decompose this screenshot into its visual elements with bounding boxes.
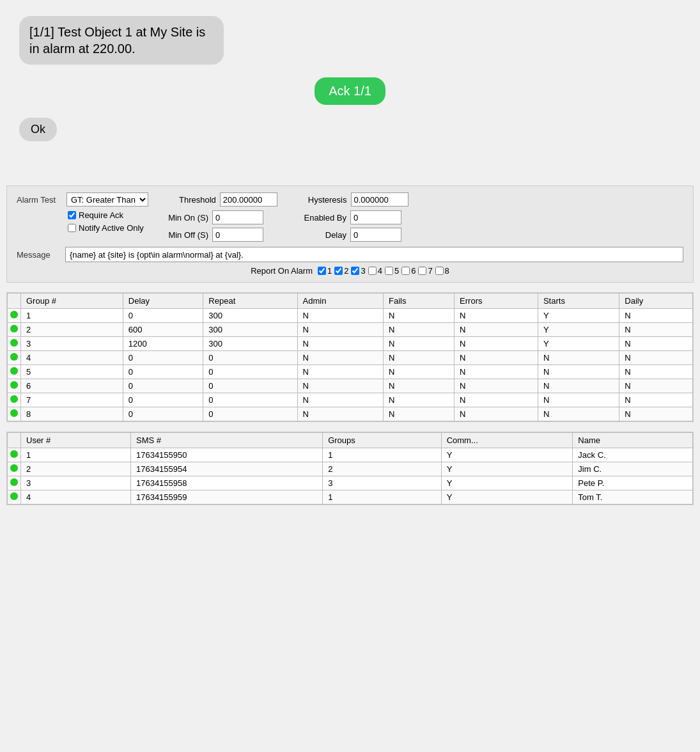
group-admin: N <box>297 393 384 407</box>
user-sms: 17634155959 <box>130 490 322 505</box>
require-ack-label: Require Ack <box>79 210 123 220</box>
user-groups: 1 <box>323 490 441 505</box>
report-item-5[interactable]: 5 <box>385 266 399 276</box>
status-dot-cell <box>8 476 21 490</box>
groups-col-dot <box>8 294 21 309</box>
groups-table: Group # Delay Repeat Admin Fails Errors … <box>7 293 693 421</box>
group-delay: 0 <box>123 309 203 323</box>
group-errors: N <box>455 379 538 393</box>
group-daily: N <box>619 407 693 421</box>
groups-col-delay: Delay <box>123 294 203 309</box>
table-row: 2 17634155954 2 Y Jim C. <box>8 462 693 476</box>
user-number: 3 <box>21 476 131 490</box>
min-off-label: Min Off (S) <box>164 230 208 240</box>
green-dot-icon <box>10 395 18 403</box>
notify-active-only-label: Notify Active Only <box>79 223 144 233</box>
group-number: 3 <box>21 337 123 351</box>
report-item-3[interactable]: 3 <box>351 266 365 276</box>
hysteresis-input[interactable] <box>351 192 408 207</box>
require-ack-checkbox[interactable] <box>68 211 76 219</box>
report-checkbox-6[interactable] <box>401 267 410 275</box>
group-delay: 0 <box>123 351 203 365</box>
user-comm: Y <box>441 476 573 490</box>
hysteresis-label: Hysteresis <box>308 195 347 205</box>
group-fails: N <box>384 379 455 393</box>
user-number: 1 <box>21 448 131 462</box>
ok-message: Ok <box>19 118 57 141</box>
report-checkbox-3[interactable] <box>351 267 359 275</box>
green-dot-icon <box>10 353 18 361</box>
table-row: 6 0 0 N N N N N <box>8 379 693 393</box>
group-admin: N <box>297 309 384 323</box>
delay-input[interactable] <box>350 228 401 242</box>
group-errors: N <box>455 351 538 365</box>
status-dot-cell <box>8 309 21 323</box>
settings-panel: Alarm Test GT: Greater Than LT: Less Tha… <box>6 185 694 283</box>
enabled-by-label: Enabled By <box>302 213 346 223</box>
report-checkbox-2[interactable] <box>334 267 343 275</box>
groups-col-daily: Daily <box>619 294 693 309</box>
group-starts: N <box>538 393 619 407</box>
user-sms: 17634155958 <box>130 476 322 490</box>
threshold-input[interactable] <box>220 192 277 207</box>
report-item-6[interactable]: 6 <box>401 266 416 276</box>
group-number: 6 <box>21 379 123 393</box>
user-sms: 17634155954 <box>130 462 322 476</box>
groups-col-admin: Admin <box>297 294 384 309</box>
user-comm: Y <box>441 448 573 462</box>
group-starts: Y <box>538 309 619 323</box>
chat-area: [1/1] Test Object 1 at My Site is in ala… <box>6 6 694 185</box>
report-checkbox-4[interactable] <box>368 267 377 275</box>
group-repeat: 0 <box>203 365 297 379</box>
report-item-8[interactable]: 8 <box>435 266 449 276</box>
group-number: 2 <box>21 323 123 337</box>
notify-active-only-checkbox-label[interactable]: Notify Active Only <box>68 223 151 233</box>
status-dot-cell <box>8 337 21 351</box>
group-admin: N <box>297 379 384 393</box>
group-daily: N <box>619 365 693 379</box>
group-delay: 600 <box>123 323 203 337</box>
green-dot-icon <box>10 464 18 472</box>
require-ack-checkbox-label[interactable]: Require Ack <box>68 210 151 220</box>
table-row: 2 600 300 N N N Y N <box>8 323 693 337</box>
report-item-2[interactable]: 2 <box>334 266 348 276</box>
users-col-sms: SMS # <box>130 433 322 448</box>
report-checkbox-5[interactable] <box>385 267 393 275</box>
status-dot-cell <box>8 379 21 393</box>
min-off-input[interactable] <box>212 228 263 242</box>
threshold-label: Threshold <box>179 195 216 205</box>
alarm-test-select[interactable]: GT: Greater Than LT: Less Than EQ: Equal… <box>66 192 148 207</box>
group-number: 7 <box>21 393 123 407</box>
alarm-test-label: Alarm Test <box>17 195 61 205</box>
group-starts: N <box>538 379 619 393</box>
received-bubble: [1/1] Test Object 1 at My Site is in ala… <box>19 16 681 77</box>
green-dot-icon <box>10 409 18 417</box>
group-errors: N <box>455 393 538 407</box>
user-number: 2 <box>21 462 131 476</box>
groups-col-starts: Starts <box>538 294 619 309</box>
group-repeat: 300 <box>203 323 297 337</box>
group-admin: N <box>297 365 384 379</box>
report-checkbox-8[interactable] <box>435 267 444 275</box>
table-row: 7 0 0 N N N N N <box>8 393 693 407</box>
notify-active-only-checkbox[interactable] <box>68 224 76 232</box>
table-row: 3 17634155958 3 Y Pete P. <box>8 476 693 490</box>
group-daily: N <box>619 309 693 323</box>
report-checkbox-1[interactable] <box>318 267 326 275</box>
report-checkbox-7[interactable] <box>418 267 426 275</box>
users-col-dot <box>8 433 21 448</box>
report-item-1[interactable]: 1 <box>318 266 332 276</box>
group-repeat: 0 <box>203 351 297 365</box>
received-message: [1/1] Test Object 1 at My Site is in ala… <box>19 16 224 65</box>
enabled-by-input[interactable] <box>350 210 401 224</box>
min-on-input[interactable] <box>212 210 263 224</box>
report-item-7[interactable]: 7 <box>418 266 432 276</box>
group-daily: N <box>619 337 693 351</box>
delay-label: Delay <box>302 230 346 240</box>
message-input[interactable] <box>65 247 683 262</box>
group-delay: 0 <box>123 365 203 379</box>
report-item-4[interactable]: 4 <box>368 266 382 276</box>
groups-col-fails: Fails <box>384 294 455 309</box>
group-daily: N <box>619 323 693 337</box>
user-name: Tom T. <box>573 490 693 505</box>
